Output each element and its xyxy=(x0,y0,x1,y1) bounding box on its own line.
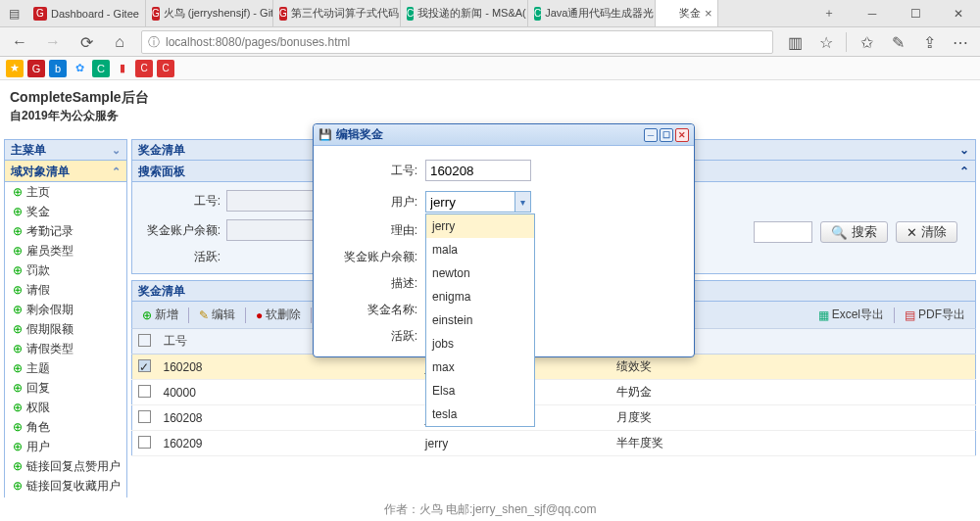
browser-tab[interactable]: C我投递的新闻 - MS&A( xyxy=(401,0,528,26)
dialog-header[interactable]: 💾 编辑奖金 ─ ☐ ✕ xyxy=(314,124,694,146)
bm-7[interactable]: C xyxy=(135,60,153,77)
favorites-icon[interactable]: ✩ xyxy=(855,30,878,54)
dialog-close[interactable]: ✕ xyxy=(675,128,689,142)
sidebar: 主菜单⌄ 域对象清单⌃ ⊕主页⊕奖金⊕考勤记录⊕雇员类型⊕罚款⊕请假⊕剩余假期⊕… xyxy=(4,139,127,497)
sidebar-item[interactable]: ⊕罚款 xyxy=(5,260,126,280)
dropdown-option[interactable]: jerry xyxy=(426,214,534,238)
dropdown-option[interactable]: enigma xyxy=(426,285,534,308)
sidebar-item[interactable]: ⊕主题 xyxy=(5,358,126,378)
plus-icon: ⊕ xyxy=(11,243,24,259)
pdf-icon: ▤ xyxy=(905,308,915,322)
share-icon[interactable]: ⇪ xyxy=(917,30,941,54)
bm-1[interactable]: ★ xyxy=(6,60,24,77)
close-window-button[interactable]: ✕ xyxy=(937,0,980,27)
browser-tab[interactable]: CJava通用代码生成器光 xyxy=(528,0,656,26)
back-button[interactable]: ← xyxy=(8,30,31,54)
sidebar-item[interactable]: ⊕雇员类型 xyxy=(5,241,126,260)
sidebar-item[interactable]: ⊕奖金 xyxy=(5,202,126,221)
sidebar-item[interactable]: ⊕回复 xyxy=(5,378,126,398)
edit-dialog: 💾 编辑奖金 ─ ☐ ✕ 工号: 用户: ▾ jerrymalanewtonen… xyxy=(313,123,695,357)
table-row[interactable]: 160208jerry月度奖 xyxy=(132,405,976,431)
add-button[interactable]: ⊕新增 xyxy=(138,305,182,325)
delete-button[interactable]: ●软删除 xyxy=(252,305,305,325)
table-row[interactable]: 160209jerry半年度奖 xyxy=(132,431,976,456)
url-input[interactable]: ⓘ localhost:8080/pages/bonuses.html xyxy=(141,30,773,54)
table-row[interactable]: 40000mala牛奶金 xyxy=(132,380,976,405)
field-id-label: 工号: xyxy=(331,163,425,179)
sidebar-item[interactable]: ⊕考勤记录 xyxy=(5,221,126,241)
sidebar-item[interactable]: ⊕假期限额 xyxy=(5,319,126,339)
sidebar-item[interactable]: ⊕用户 xyxy=(5,437,126,456)
bm-4[interactable]: ✿ xyxy=(71,60,88,77)
dialog-maximize[interactable]: ☐ xyxy=(660,128,673,142)
tab-close-icon[interactable]: × xyxy=(705,6,712,21)
excel-export-button[interactable]: ▦Excel导出 xyxy=(814,305,888,325)
plus-icon: ⊕ xyxy=(11,223,24,239)
edit-button[interactable]: ✎编辑 xyxy=(195,305,239,325)
forward-button[interactable]: → xyxy=(41,30,65,54)
bm-2[interactable]: G xyxy=(27,60,45,77)
sidebar-item[interactable]: ⊕主页 xyxy=(5,182,126,202)
bookmark-icon[interactable]: ☆ xyxy=(814,30,838,54)
dropdown-option[interactable]: newton xyxy=(426,261,534,285)
dialog-minimize[interactable]: ─ xyxy=(644,128,658,142)
bm-6[interactable]: ▮ xyxy=(114,60,131,77)
row-checkbox[interactable]: ✓ xyxy=(138,359,151,372)
table-row[interactable]: ✓160208jerry绩效奖 xyxy=(132,355,976,380)
dropdown-option[interactable]: mala xyxy=(426,238,534,261)
page-title: CompleteSample后台 xyxy=(10,86,970,108)
plus-icon: ⊕ xyxy=(11,400,24,415)
sidebar-header-main[interactable]: 主菜单⌄ xyxy=(4,139,127,161)
sidebar-item[interactable]: ⊕剩余假期 xyxy=(5,300,126,319)
search-button[interactable]: 🔍搜索 xyxy=(820,221,888,243)
search-id-label: 工号: xyxy=(142,193,226,210)
plus-icon: ⊕ xyxy=(11,458,24,474)
browser-tab[interactable]: G火鸟 (jerryshensjf) - Git xyxy=(146,0,273,26)
dropdown-option[interactable]: jobs xyxy=(426,332,534,355)
sidebar-header-domain[interactable]: 域对象清单⌃ xyxy=(4,161,127,182)
chevron-down-icon: ⌄ xyxy=(112,139,121,161)
row-checkbox[interactable] xyxy=(138,385,151,398)
plus-icon: ⊕ xyxy=(11,360,24,376)
browser-tab[interactable]: GDashboard - Gitee xyxy=(27,0,146,26)
bm-5[interactable]: C xyxy=(92,60,110,77)
sidebar-item[interactable]: ⊕请假 xyxy=(5,280,126,300)
sidebar-item[interactable]: ⊕请假类型 xyxy=(5,339,126,358)
browser-tab[interactable]: G第三代动词算子式代码 xyxy=(273,0,401,26)
search-extra-select[interactable] xyxy=(754,221,812,243)
excel-icon: ▦ xyxy=(818,308,829,322)
browser-tab[interactable]: 奖金× xyxy=(656,0,719,26)
pdf-export-button[interactable]: ▤PDF导出 xyxy=(901,305,969,325)
refresh-button[interactable]: ⟳ xyxy=(74,30,98,54)
select-all-checkbox[interactable] xyxy=(138,334,151,347)
sidebar-item[interactable]: ⊕链接回复收藏用户 xyxy=(5,476,126,496)
more-icon[interactable]: ⋯ xyxy=(949,30,972,54)
clear-button[interactable]: ✕清除 xyxy=(896,221,957,243)
dropdown-option[interactable]: Elsa xyxy=(426,379,534,403)
sidebar-item[interactable]: ⊕权限 xyxy=(5,398,126,417)
combo-trigger[interactable]: ▾ xyxy=(514,192,530,212)
add-icon: ⊕ xyxy=(142,308,152,322)
bm-3[interactable]: b xyxy=(49,60,67,77)
dropdown-option[interactable]: einstein xyxy=(426,308,534,332)
new-tab-button[interactable]: ＋ xyxy=(808,0,851,27)
sidebar-item[interactable]: ⊕角色 xyxy=(5,417,126,437)
save-icon: 💾 xyxy=(318,128,332,141)
plus-icon: ⊕ xyxy=(11,302,24,317)
plus-icon: ⊕ xyxy=(11,380,24,396)
bm-8[interactable]: C xyxy=(157,60,174,77)
dropdown-option[interactable]: tesla xyxy=(426,403,534,426)
notes-icon[interactable]: ✎ xyxy=(886,30,909,54)
minimize-button[interactable]: ─ xyxy=(851,0,894,27)
row-checkbox[interactable] xyxy=(138,410,151,423)
app-menu-icon[interactable]: ▤ xyxy=(0,0,27,27)
dropdown-option[interactable]: max xyxy=(426,355,534,379)
home-button[interactable]: ⌂ xyxy=(108,30,131,54)
row-checkbox[interactable] xyxy=(138,436,151,449)
field-id-input[interactable] xyxy=(425,160,531,181)
reader-icon[interactable]: ▥ xyxy=(783,30,807,54)
maximize-button[interactable]: ☐ xyxy=(894,0,937,27)
sidebar-item[interactable]: ⊕链接回复点赞用户 xyxy=(5,456,126,476)
plus-icon: ⊕ xyxy=(11,341,24,356)
field-user-label: 用户: xyxy=(331,194,425,211)
